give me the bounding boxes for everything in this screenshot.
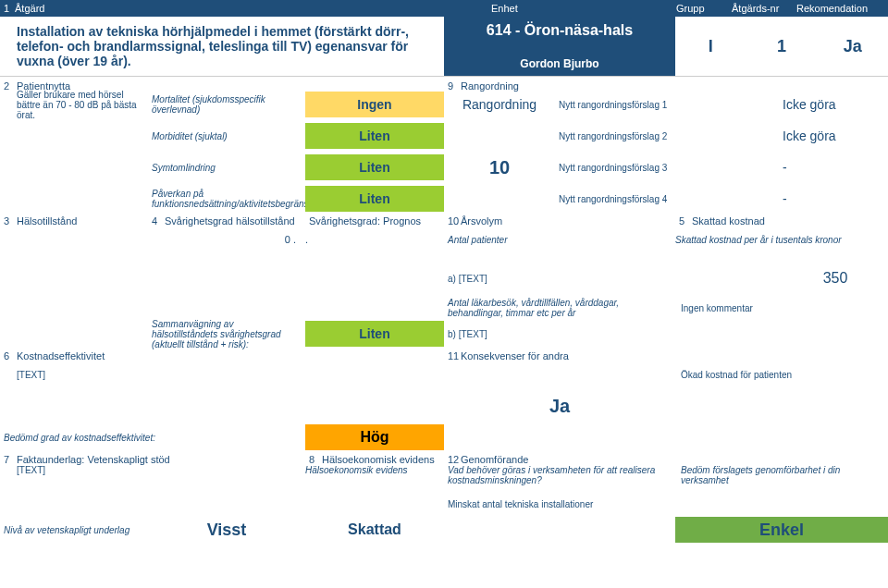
row-bedomd: Bedömd grad av kostnadseffektivitet: Hög bbox=[0, 424, 888, 450]
section12-right: Bedöm förslagets genomförbarhet i din ve… bbox=[675, 465, 888, 485]
metric-row-symptom: Symtomlindring Liten 10 Nytt rangordning… bbox=[0, 154, 888, 180]
m1-val: Ingen bbox=[305, 92, 444, 117]
section11-right: Ökad kostnad för patienten bbox=[675, 361, 888, 387]
m1-rangordning: Rangordning bbox=[444, 92, 555, 117]
header-unit: Enhet bbox=[491, 3, 676, 14]
m2-val: Liten bbox=[305, 123, 444, 149]
m2-label: Morbiditet (sjuktal) bbox=[148, 123, 305, 149]
section6-num: 6 bbox=[4, 350, 17, 361]
section5-sub: Skattad kostnad per år i tusentals krono… bbox=[675, 227, 888, 252]
m1-proposal-val: Icke göra bbox=[777, 92, 888, 117]
m3-val: Liten bbox=[305, 154, 444, 180]
bottom-v1: Visst bbox=[148, 517, 305, 543]
section4-val: 0 . bbox=[148, 227, 305, 252]
section12-sub: Vad behöver göras i verksamheten för att… bbox=[444, 465, 675, 485]
row-label-7-8-12: 7 Faktaunderlag: Vetenskapligt stöd 8 Hä… bbox=[0, 450, 888, 465]
m1-label: Mortalitet (sjukdomsspecifik överlevnad) bbox=[148, 92, 305, 117]
m3-rank-value: 10 bbox=[444, 154, 555, 180]
section11-num: 11 bbox=[448, 350, 461, 361]
header-row: 1 Åtgärd Enhet Grupp Åtgärds-nr Rekomend… bbox=[0, 0, 888, 17]
bottom-v2: Skattad bbox=[305, 517, 444, 543]
section5-label: Skattad kostnad bbox=[692, 215, 765, 227]
m4-proposal-label: Nytt rangordningsförslag 4 bbox=[555, 186, 675, 212]
unit-block: 614 - Öron-näsa-hals Gordon Bjurbo bbox=[444, 17, 675, 76]
row-3-4-vals: 0 . . Antal patienter Skattad kostnad pe… bbox=[0, 227, 888, 252]
section3-num: 3 bbox=[4, 215, 17, 227]
b-mid-label: Antal läkarbesök, vårdtillfällen, vårdda… bbox=[444, 295, 675, 321]
m3-label: Symtomlindring bbox=[148, 154, 305, 180]
header-action-nr: Åtgärds-nr bbox=[732, 3, 796, 14]
section8-label: Hälsoekonomisk evidens bbox=[322, 454, 435, 465]
title-row: Installation av tekniska hörhjälpmedel i… bbox=[0, 17, 888, 77]
m4-label: Påverkan på funktionsnedsättning/aktivit… bbox=[148, 186, 305, 212]
section7-sub: [TEXT] bbox=[0, 465, 305, 475]
m1-proposal-label: Nytt rangordningsförslag 1 bbox=[555, 92, 675, 117]
metric-row-mortality: Gäller brukare med hörsel bättre än 70 -… bbox=[0, 92, 888, 117]
group-val: I bbox=[675, 17, 746, 76]
action-nr-val: 1 bbox=[746, 17, 818, 76]
sv-val: Liten bbox=[305, 321, 444, 347]
bottom-v3: Enkel bbox=[675, 517, 888, 543]
bottom-v1-label: Nivå av vetenskapligt underlag bbox=[0, 517, 148, 543]
row-12-sub2: Minskat antal tekniska installationer bbox=[0, 491, 888, 517]
m4-val: Liten bbox=[305, 186, 444, 212]
metric-row-function: Påverkan på funktionsnedsättning/aktivit… bbox=[0, 186, 888, 212]
row-ja: Ja bbox=[0, 387, 888, 424]
row-bottom: Nivå av vetenskapligt underlag Visst Ska… bbox=[0, 517, 888, 543]
unit-name: 614 - Öron-näsa-hals bbox=[487, 22, 633, 39]
section9-label: Rangordning bbox=[461, 80, 519, 92]
section12-sub2: Minskat antal tekniska installationer bbox=[444, 491, 675, 517]
b-right: Ingen kommentar bbox=[675, 295, 888, 321]
row-6-sub: [TEXT] Ökad kostnad för patienten bbox=[0, 361, 888, 387]
unit-person: Gordon Bjurbo bbox=[520, 57, 598, 70]
section9-num: 9 bbox=[448, 80, 461, 92]
section4b-label: Svårighetsgrad: Prognos bbox=[309, 215, 448, 227]
b-label: b) [TEXT] bbox=[444, 321, 555, 347]
a-label: a) [TEXT] bbox=[444, 265, 555, 291]
m2-proposal-val: Icke göra bbox=[777, 123, 888, 149]
section7-num: 7 bbox=[4, 454, 17, 465]
section6-label: Kostnadseffektivitet bbox=[17, 350, 105, 361]
section12-num: 12 bbox=[448, 454, 461, 465]
section8-sub: Hälsoekonomsik evidens bbox=[305, 465, 444, 475]
m3-proposal-val: - bbox=[777, 154, 888, 180]
section12-label: Genomförande bbox=[461, 454, 528, 465]
section4-num: 4 bbox=[152, 215, 165, 227]
section5-num: 5 bbox=[679, 215, 692, 227]
row-sammanvagning: Sammanvägning av hälsotillståndets svåri… bbox=[0, 321, 888, 347]
metric-row-morbidity: Morbiditet (sjuktal) Liten Nytt rangordn… bbox=[0, 123, 888, 149]
header-group: Grupp bbox=[676, 3, 732, 14]
header-rec: Rekomendation bbox=[796, 3, 884, 14]
bedomd-val: Hög bbox=[305, 424, 444, 450]
row-label-3-4-10-5: 3 Hälsotillstånd 4 Svårighetsgrad hälsot… bbox=[0, 212, 888, 227]
row-a: a) [TEXT] 350 bbox=[0, 265, 888, 291]
section11-label: Konsekvenser för andra bbox=[461, 350, 569, 361]
bedomd-label: Bedömd grad av kostnadseffektivitet: bbox=[0, 424, 305, 450]
section2-sub: Gäller brukare med hörsel bättre än 70 -… bbox=[0, 92, 148, 117]
section11-val: Ja bbox=[444, 387, 675, 424]
section2-num: 2 bbox=[4, 80, 17, 92]
a-val: 350 bbox=[777, 265, 888, 291]
section7-label: Faktaunderlag: Vetenskapligt stöd bbox=[17, 454, 170, 465]
action-title: Installation av tekniska hörhjälpmedel i… bbox=[0, 17, 444, 76]
section6-sub: [TEXT] bbox=[0, 361, 444, 387]
section4-label: Svårighetsgrad hälsotillstånd bbox=[165, 215, 295, 227]
section3-label: Hälsotillstånd bbox=[17, 215, 77, 227]
header-action: Åtgärd bbox=[13, 3, 491, 14]
section8-num: 8 bbox=[309, 454, 322, 465]
rec-val: Ja bbox=[817, 17, 888, 76]
m2-proposal-label: Nytt rangordningsförslag 2 bbox=[555, 123, 675, 149]
title-right: I 1 Ja bbox=[675, 17, 888, 76]
row-7-8-12-sub: [TEXT] Hälsoekonomsik evidens Vad behöve… bbox=[0, 465, 888, 491]
m3-proposal-label: Nytt rangordningsförslag 3 bbox=[555, 154, 675, 180]
section10-label: Årsvolym bbox=[461, 215, 502, 227]
row-label-6-11: 6 Kostnadseffektivitet 11 Konsekvenser f… bbox=[0, 347, 888, 361]
sv-label: Sammanvägning av hälsotillståndets svåri… bbox=[148, 321, 305, 347]
section4b-val: . bbox=[305, 227, 444, 252]
row-desc: Antal läkarbesök, vårdtillfällen, vårdda… bbox=[0, 295, 888, 321]
section10-num: 10 bbox=[448, 215, 461, 227]
section10-sub: Antal patienter bbox=[444, 227, 555, 252]
header-num: 1 bbox=[4, 3, 13, 14]
m4-proposal-val: - bbox=[777, 186, 888, 212]
